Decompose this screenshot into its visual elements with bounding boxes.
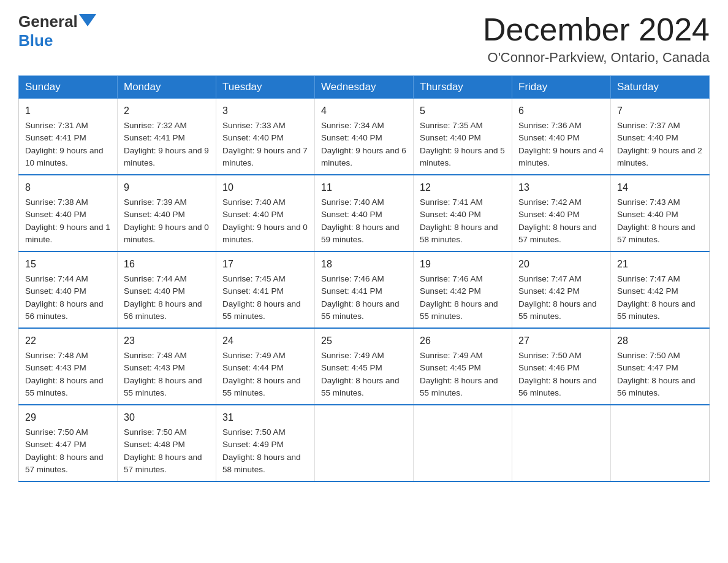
day-number: 21 xyxy=(617,257,703,272)
svg-marker-0 xyxy=(79,14,96,26)
day-info: Sunrise: 7:46 AMSunset: 4:42 PMDaylight:… xyxy=(420,274,498,321)
day-number: 7 xyxy=(617,104,703,118)
day-info: Sunrise: 7:49 AMSunset: 4:45 PMDaylight:… xyxy=(420,351,498,397)
calendar-cell: 26Sunrise: 7:49 AMSunset: 4:45 PMDayligh… xyxy=(414,328,512,405)
day-number: 25 xyxy=(321,334,407,348)
day-number: 12 xyxy=(420,180,506,195)
day-number: 26 xyxy=(420,334,506,348)
calendar-cell: 15Sunrise: 7:44 AMSunset: 4:40 PMDayligh… xyxy=(19,251,118,328)
day-number: 6 xyxy=(518,104,604,118)
calendar-week-row: 1Sunrise: 7:31 AMSunset: 4:41 PMDaylight… xyxy=(19,99,710,175)
day-info: Sunrise: 7:50 AMSunset: 4:47 PMDaylight:… xyxy=(25,427,104,474)
calendar-cell: 24Sunrise: 7:49 AMSunset: 4:44 PMDayligh… xyxy=(216,328,315,405)
day-info: Sunrise: 7:43 AMSunset: 4:40 PMDaylight:… xyxy=(617,197,696,244)
day-number: 11 xyxy=(321,180,407,195)
header-sunday: Sunday xyxy=(19,76,118,99)
calendar-cell xyxy=(611,405,710,481)
day-info: Sunrise: 7:37 AMSunset: 4:40 PMDaylight:… xyxy=(617,121,702,167)
logo-triangle-icon xyxy=(79,14,96,28)
day-info: Sunrise: 7:44 AMSunset: 4:40 PMDaylight:… xyxy=(124,274,202,321)
logo: General Blue xyxy=(18,12,96,50)
day-number: 18 xyxy=(321,257,407,272)
calendar-cell: 14Sunrise: 7:43 AMSunset: 4:40 PMDayligh… xyxy=(611,175,710,251)
day-info: Sunrise: 7:42 AMSunset: 4:40 PMDaylight:… xyxy=(518,197,597,244)
calendar-week-row: 15Sunrise: 7:44 AMSunset: 4:40 PMDayligh… xyxy=(19,251,710,328)
calendar-cell: 23Sunrise: 7:48 AMSunset: 4:43 PMDayligh… xyxy=(118,328,216,405)
day-number: 31 xyxy=(222,410,308,425)
calendar-cell: 10Sunrise: 7:40 AMSunset: 4:40 PMDayligh… xyxy=(216,175,315,251)
header-wednesday: Wednesday xyxy=(315,76,414,99)
header-tuesday: Tuesday xyxy=(216,76,315,99)
header-friday: Friday xyxy=(512,76,611,99)
logo-general-text: General xyxy=(18,12,78,31)
day-number: 2 xyxy=(124,104,210,118)
calendar-cell: 12Sunrise: 7:41 AMSunset: 4:40 PMDayligh… xyxy=(414,175,512,251)
day-number: 30 xyxy=(124,410,210,425)
calendar-cell: 3Sunrise: 7:33 AMSunset: 4:40 PMDaylight… xyxy=(216,99,315,175)
day-number: 9 xyxy=(124,180,210,195)
day-number: 29 xyxy=(25,410,111,425)
day-number: 28 xyxy=(617,334,703,348)
calendar-week-row: 22Sunrise: 7:48 AMSunset: 4:43 PMDayligh… xyxy=(19,328,710,405)
day-info: Sunrise: 7:38 AMSunset: 4:40 PMDaylight:… xyxy=(25,197,110,244)
calendar-cell: 16Sunrise: 7:44 AMSunset: 4:40 PMDayligh… xyxy=(118,251,216,328)
calendar-cell: 21Sunrise: 7:47 AMSunset: 4:42 PMDayligh… xyxy=(611,251,710,328)
day-info: Sunrise: 7:36 AMSunset: 4:40 PMDaylight:… xyxy=(518,121,604,167)
calendar-cell: 17Sunrise: 7:45 AMSunset: 4:41 PMDayligh… xyxy=(216,251,315,328)
calendar-cell: 6Sunrise: 7:36 AMSunset: 4:40 PMDaylight… xyxy=(512,99,611,175)
calendar-cell: 25Sunrise: 7:49 AMSunset: 4:45 PMDayligh… xyxy=(315,328,414,405)
day-info: Sunrise: 7:48 AMSunset: 4:43 PMDaylight:… xyxy=(124,351,202,397)
calendar-cell: 5Sunrise: 7:35 AMSunset: 4:40 PMDaylight… xyxy=(414,99,512,175)
day-number: 5 xyxy=(420,104,506,118)
calendar-cell: 28Sunrise: 7:50 AMSunset: 4:47 PMDayligh… xyxy=(611,328,710,405)
day-info: Sunrise: 7:48 AMSunset: 4:43 PMDaylight:… xyxy=(25,351,104,397)
day-number: 1 xyxy=(25,104,111,118)
day-info: Sunrise: 7:49 AMSunset: 4:45 PMDaylight:… xyxy=(321,351,400,397)
header-thursday: Thursday xyxy=(414,76,512,99)
day-info: Sunrise: 7:40 AMSunset: 4:40 PMDaylight:… xyxy=(321,197,400,244)
day-number: 13 xyxy=(518,180,604,195)
calendar-cell: 30Sunrise: 7:50 AMSunset: 4:48 PMDayligh… xyxy=(118,405,216,481)
day-number: 27 xyxy=(518,334,604,348)
header-monday: Monday xyxy=(118,76,216,99)
day-info: Sunrise: 7:33 AMSunset: 4:40 PMDaylight:… xyxy=(222,121,308,167)
title-area: December 2024 O'Connor-Parkview, Ontario… xyxy=(483,12,710,66)
day-number: 23 xyxy=(124,334,210,348)
calendar-cell: 4Sunrise: 7:34 AMSunset: 4:40 PMDaylight… xyxy=(315,99,414,175)
calendar-cell: 29Sunrise: 7:50 AMSunset: 4:47 PMDayligh… xyxy=(19,405,118,481)
calendar-cell: 2Sunrise: 7:32 AMSunset: 4:41 PMDaylight… xyxy=(118,99,216,175)
calendar-cell xyxy=(315,405,414,481)
calendar-cell: 13Sunrise: 7:42 AMSunset: 4:40 PMDayligh… xyxy=(512,175,611,251)
calendar-cell: 11Sunrise: 7:40 AMSunset: 4:40 PMDayligh… xyxy=(315,175,414,251)
day-number: 17 xyxy=(222,257,308,272)
day-number: 19 xyxy=(420,257,506,272)
day-info: Sunrise: 7:44 AMSunset: 4:40 PMDaylight:… xyxy=(25,274,104,321)
day-info: Sunrise: 7:50 AMSunset: 4:47 PMDaylight:… xyxy=(617,351,696,397)
calendar-cell: 19Sunrise: 7:46 AMSunset: 4:42 PMDayligh… xyxy=(414,251,512,328)
calendar-cell xyxy=(512,405,611,481)
header-saturday: Saturday xyxy=(611,76,710,99)
day-info: Sunrise: 7:35 AMSunset: 4:40 PMDaylight:… xyxy=(420,121,505,167)
page-header: General Blue December 2024 O'Connor-Park… xyxy=(18,12,710,66)
day-info: Sunrise: 7:49 AMSunset: 4:44 PMDaylight:… xyxy=(222,351,301,397)
calendar-cell: 7Sunrise: 7:37 AMSunset: 4:40 PMDaylight… xyxy=(611,99,710,175)
day-info: Sunrise: 7:40 AMSunset: 4:40 PMDaylight:… xyxy=(222,197,308,244)
day-number: 20 xyxy=(518,257,604,272)
calendar-cell: 22Sunrise: 7:48 AMSunset: 4:43 PMDayligh… xyxy=(19,328,118,405)
day-number: 15 xyxy=(25,257,111,272)
day-number: 16 xyxy=(124,257,210,272)
logo-blue-text: Blue xyxy=(18,31,53,50)
day-info: Sunrise: 7:50 AMSunset: 4:48 PMDaylight:… xyxy=(124,427,202,474)
calendar-cell: 1Sunrise: 7:31 AMSunset: 4:41 PMDaylight… xyxy=(19,99,118,175)
day-info: Sunrise: 7:32 AMSunset: 4:41 PMDaylight:… xyxy=(124,121,209,167)
day-info: Sunrise: 7:46 AMSunset: 4:41 PMDaylight:… xyxy=(321,274,400,321)
day-info: Sunrise: 7:34 AMSunset: 4:40 PMDaylight:… xyxy=(321,121,406,167)
month-title: December 2024 xyxy=(483,12,710,47)
day-info: Sunrise: 7:47 AMSunset: 4:42 PMDaylight:… xyxy=(518,274,597,321)
day-info: Sunrise: 7:50 AMSunset: 4:46 PMDaylight:… xyxy=(518,351,597,397)
calendar-cell: 27Sunrise: 7:50 AMSunset: 4:46 PMDayligh… xyxy=(512,328,611,405)
day-number: 10 xyxy=(222,180,308,195)
day-number: 14 xyxy=(617,180,703,195)
day-info: Sunrise: 7:39 AMSunset: 4:40 PMDaylight:… xyxy=(124,197,209,244)
day-number: 8 xyxy=(25,180,111,195)
